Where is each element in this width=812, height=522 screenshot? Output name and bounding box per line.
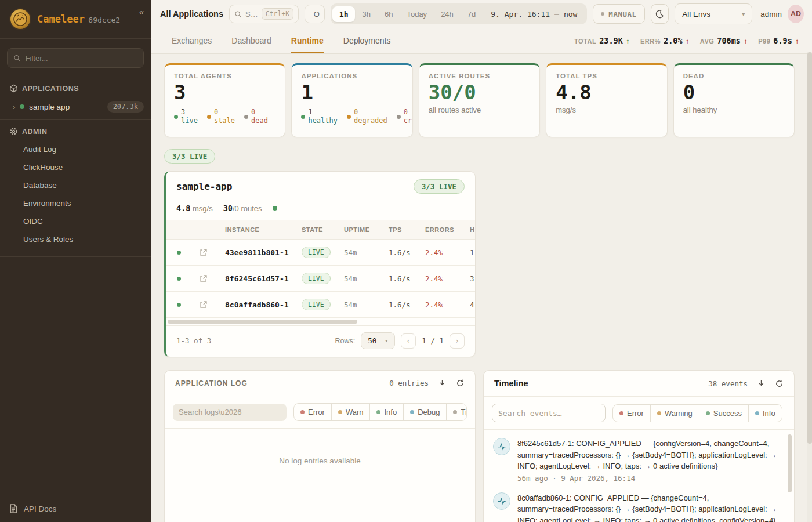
horizontal-scrollbar[interactable]	[168, 320, 473, 324]
tab-dashboard[interactable]: Dashboard	[231, 28, 271, 53]
time-range-3h[interactable]: 3h	[355, 6, 377, 22]
log-entries-count: 0 entries	[389, 379, 429, 387]
card-total-tps: TOTAL TPS 4.8 msg/s	[546, 63, 667, 137]
timeline-scrollbar-thumb[interactable]	[788, 434, 792, 492]
overall-live-badge: 3/3 LIVE	[164, 149, 215, 164]
instance-id[interactable]: 8c0affadb860-1	[225, 300, 302, 309]
sidebar-item-sample-app[interactable]: › sample app 207.3k	[0, 97, 151, 119]
error-dot	[619, 411, 624, 415]
prev-page-button[interactable]: ‹	[401, 334, 416, 349]
date-range-end: now	[564, 10, 577, 19]
page-scrollbar[interactable]	[807, 52, 812, 522]
filter-chip-info[interactable]: Info	[369, 404, 403, 420]
table-row[interactable]: 8f6245c61d57-1 LIVE 54m 1.6/s 2.4% 3	[166, 266, 475, 292]
download-icon[interactable]	[438, 379, 447, 387]
date-range-start: 9. Apr. 16:11	[491, 10, 550, 19]
page-scrollbar-thumb[interactable]	[807, 52, 812, 444]
filter-chip-info[interactable]: Info	[748, 405, 782, 422]
card-applications: APPLICATIONS 1 1healthy 0degraded 0criti	[291, 63, 412, 137]
sidebar-item-clickhouse[interactable]: ClickHouse	[0, 158, 151, 176]
document-icon	[9, 504, 18, 513]
brand-version: 69dcce2	[88, 16, 120, 24]
next-page-button[interactable]: ›	[449, 334, 465, 349]
log-empty-state: No log entries available	[165, 429, 475, 493]
timeline-event[interactable]: 8c0affadb860-1: CONFIG_APPLIED — {change…	[493, 492, 781, 522]
sidebar-filter[interactable]	[7, 48, 144, 68]
timeline-title: Timeline	[494, 379, 528, 388]
sidebar-item-api-docs[interactable]: API Docs	[0, 495, 151, 522]
manual-refresh-button[interactable]: MANUAL	[593, 4, 644, 24]
log-search-input[interactable]	[173, 404, 287, 421]
app-status-dot	[20, 104, 24, 109]
state-badge: LIVE	[302, 273, 331, 284]
debug-dot	[410, 410, 414, 414]
tab-exchanges[interactable]: Exchanges	[172, 28, 212, 53]
tab-deployments[interactable]: Deployments	[343, 28, 391, 53]
global-search[interactable]: S… Ctrl+K	[229, 5, 299, 23]
external-link-icon[interactable]	[200, 248, 208, 256]
refresh-icon[interactable]	[775, 379, 784, 388]
stat-value: 6.9s	[773, 36, 792, 45]
external-link-icon[interactable]	[200, 300, 208, 309]
instance-id[interactable]: 43ee9811b801-1	[225, 248, 302, 257]
filter-chip-error[interactable]: Error	[613, 405, 650, 422]
time-range-1h[interactable]: 1h	[332, 6, 356, 22]
connection-status-pill[interactable]: O	[304, 5, 325, 23]
timeline-event[interactable]: 8f6245c61d57-1: CONFIG_APPLIED — {config…	[493, 438, 781, 483]
time-range-6h[interactable]: 6h	[378, 6, 400, 22]
summary-stats: TOTAL 23.9K ↑ ERR% 2.0% ↑ AVG 706ms ↑ P9…	[574, 28, 799, 53]
external-link-icon[interactable]	[200, 274, 208, 282]
date-range-display[interactable]: 9. Apr. 16:11 – now	[483, 10, 585, 19]
filter-chip-success[interactable]: Success	[699, 405, 748, 422]
pulse-icon	[493, 438, 510, 455]
substat-critical: 0criti	[397, 108, 413, 125]
stat-value: 706ms	[717, 36, 741, 45]
application-log-header: APPLICATION LOG 0 entries	[165, 371, 475, 396]
avatar[interactable]: AD	[788, 5, 804, 23]
col-tps: TPS	[389, 226, 425, 233]
instance-id[interactable]: 8f6245c61d57-1	[225, 274, 302, 283]
environment-select[interactable]: All Envs ▾	[675, 3, 752, 24]
rows-per-page-select[interactable]: 50 ▾	[361, 332, 395, 349]
time-range-7d[interactable]: 7d	[461, 6, 483, 22]
sidebar-filter-input[interactable]	[26, 54, 137, 63]
sidebar-item-environments[interactable]: Environments	[0, 194, 151, 212]
filter-chip-debug[interactable]: Debug	[403, 404, 446, 420]
download-icon[interactable]	[757, 379, 766, 388]
card-label: APPLICATIONS	[301, 72, 403, 79]
sidebar-item-oidc[interactable]: OIDC	[0, 212, 151, 230]
time-range-today[interactable]: Today	[400, 6, 434, 22]
tab-runtime[interactable]: Runtime	[291, 28, 324, 53]
time-range-24h[interactable]: 24h	[434, 6, 461, 22]
chevron-right-icon[interactable]: ›	[13, 103, 15, 111]
stat-value: 2.0%	[664, 36, 683, 45]
log-level-filters: Error Warn Info Debug Trace	[293, 403, 467, 421]
horizontal-scrollbar-thumb[interactable]	[168, 320, 357, 324]
card-label: TOTAL AGENTS	[174, 72, 276, 79]
filter-chip-trace[interactable]: Trace	[446, 404, 467, 420]
search-icon	[234, 10, 242, 18]
sidebar-header: Cameleer 69dcce2 «	[0, 0, 151, 38]
table-row[interactable]: 43ee9811b801-1 LIVE 54m 1.6/s 2.4% 1	[166, 240, 475, 266]
sidebar-collapse-icon[interactable]: «	[139, 7, 144, 17]
application-log-panel: APPLICATION LOG 0 entries Error Warn Inf…	[164, 370, 476, 522]
app-tps-unit: msg/s	[193, 204, 213, 213]
substat-stale: 0stale	[207, 108, 235, 125]
sidebar-item-database[interactable]: Database	[0, 176, 151, 194]
table-row[interactable]: 8c0affadb860-1 LIVE 54m 1.6/s 2.4% 4	[166, 292, 475, 318]
timeline-search-input[interactable]	[492, 404, 606, 422]
filter-chip-warn[interactable]: Warn	[331, 404, 370, 420]
dark-mode-toggle[interactable]	[651, 4, 669, 24]
warning-dot	[657, 411, 661, 415]
card-value: 0	[683, 82, 785, 103]
api-docs-label: API Docs	[24, 505, 56, 513]
info-dot	[376, 410, 380, 414]
refresh-icon[interactable]	[456, 379, 465, 387]
sidebar-item-users-roles[interactable]: Users & Roles	[0, 230, 151, 248]
filter-chip-error[interactable]: Error	[294, 404, 331, 420]
admin-section-header: ADMIN	[0, 120, 151, 140]
filter-chip-warning[interactable]: Warning	[650, 405, 699, 422]
uptime-cell: 54m	[344, 274, 389, 283]
trend-up-icon: ↑	[686, 37, 690, 45]
sidebar-item-audit-log[interactable]: Audit Log	[0, 140, 151, 158]
